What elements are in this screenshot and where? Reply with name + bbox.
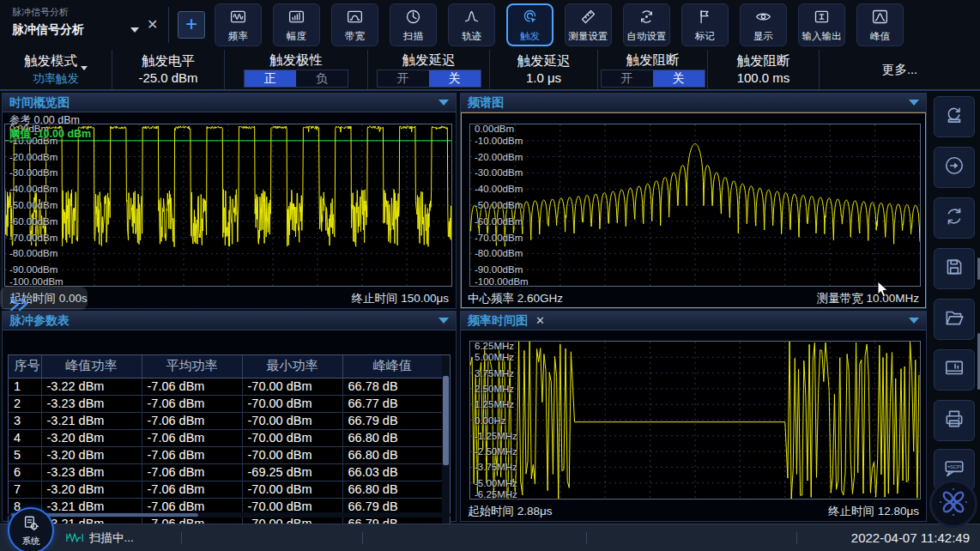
trigger-level-label: 触发电平 xyxy=(142,52,195,70)
sidebar-print-button[interactable] xyxy=(934,400,975,441)
trigger-holdoff-toggle: 开 关 xyxy=(601,70,705,88)
sidebar-save-button[interactable] xyxy=(934,248,975,289)
spectrum-plot[interactable]: 0.00dBm-10.00dBm-20.00dBm-30.00dBm-40.00… xyxy=(469,124,921,287)
tab-dropdown-caret-icon[interactable] xyxy=(130,27,139,33)
table-cell: -7.06 dBm xyxy=(142,429,242,446)
toolbar-button-label: 带宽 xyxy=(345,30,365,43)
toggle-option-off[interactable]: 关 xyxy=(653,70,705,87)
add-measurement-button[interactable]: + xyxy=(178,11,205,39)
divider xyxy=(796,532,797,544)
sidebar-run-continue-button[interactable] xyxy=(934,147,975,188)
freq-time-chart[interactable]: 6.25MHz5.00MHz3.75MHz2.50MHz1.25MHz0.00H… xyxy=(461,330,926,502)
table-row[interactable]: 6-3.23 dBm-7.06 dBm-69.25 dBm66.03 dB xyxy=(9,463,443,481)
print-icon xyxy=(943,408,965,433)
frequency-icon xyxy=(229,8,247,28)
toolbar-amplitude-button[interactable]: 幅度 xyxy=(273,3,320,46)
trigger-polarity-field: 触发极性 正 负 xyxy=(225,50,368,89)
sidebar-preset-button[interactable] xyxy=(934,96,975,137)
trigger-delay-toggle: 开 关 xyxy=(377,70,481,88)
panel-collapse-caret-icon[interactable] xyxy=(909,100,919,106)
table-cell: -7.06 dBm xyxy=(142,412,242,429)
measurement-tab[interactable]: 脉冲信号分析 脉冲信号分析 ✕ + xyxy=(0,0,215,50)
trigger-delay-value-field[interactable]: 触发延迟 1.0 μs xyxy=(490,50,598,89)
toolbar-trace-button[interactable]: 轨迹 xyxy=(448,3,495,46)
toolbar-trigger-button[interactable]: 触发 xyxy=(506,3,554,46)
panel-close-icon[interactable]: ✕ xyxy=(535,314,545,327)
panel-title: 脉冲参数表 xyxy=(9,313,70,329)
time-overview-chart[interactable]: 参考 0.00 dBm 阈值 -10.00 dBm 0.00dBm-10.00d… xyxy=(3,112,456,289)
toggle-option-off[interactable]: 关 xyxy=(429,70,481,87)
toolbar-auto-setup-button[interactable]: 自动设置 xyxy=(623,3,670,46)
table-row[interactable]: 5-3.20 dBm-7.06 dBm-70.00 dBm66.80 dB xyxy=(9,446,443,463)
tab-close-icon[interactable]: ✕ xyxy=(147,16,158,33)
table-vertical-scrollbar[interactable] xyxy=(442,355,450,530)
toolbar-button-label: 轨迹 xyxy=(462,30,481,43)
panel-collapse-caret-icon[interactable] xyxy=(439,318,449,324)
trigger-level-field[interactable]: 触发电平 -25.0 dBm xyxy=(112,50,225,89)
panel-title: 时间概览图 xyxy=(9,95,70,111)
table-row[interactable]: 4-3.20 dBm-7.06 dBm-70.00 dBm66.80 dB xyxy=(9,429,443,446)
table-row[interactable]: 1-3.22 dBm-7.06 dBm-70.00 dBm66.78 dB xyxy=(9,378,443,395)
trigger-mode-field[interactable]: 触发模式 功率触发 xyxy=(0,50,112,89)
expand-chevrons-icon[interactable] xyxy=(7,297,33,312)
sidebar-refresh-button[interactable] xyxy=(934,197,975,239)
system-button[interactable]: 系统 xyxy=(8,507,54,551)
table-cell: -70.00 dBm xyxy=(242,481,342,498)
time-overview-plot[interactable]: 0.00dBm-10.00dBm-20.00dBm-30.00dBm-40.00… xyxy=(4,124,452,287)
table-row[interactable]: 7-3.20 dBm-7.06 dBm-70.00 dBm66.80 dB xyxy=(9,481,443,498)
trigger-holdoff-value-field[interactable]: 触发阻断 100.0 ms xyxy=(708,50,820,89)
scrollbar-thumb[interactable] xyxy=(443,376,449,465)
table-horizontal-scrollbar[interactable] xyxy=(8,512,451,518)
freq-time-plot[interactable]: 6.25MHz5.00MHz3.75MHz2.50MHz1.25MHz0.00H… xyxy=(469,341,921,500)
toolbar-button-label: 测量设置 xyxy=(569,30,608,43)
threshold-annotation: 阈值 -10.00 dBm xyxy=(9,127,91,142)
divider xyxy=(362,532,363,544)
svg-text:SCPI: SCPI xyxy=(950,464,962,469)
toolbar-marker-button[interactable]: 标记 xyxy=(681,3,729,46)
table-cell: -7.06 dBm xyxy=(142,463,242,481)
table-row[interactable]: 3-3.21 dBm-7.06 dBm-70.00 dBm66.79 dB xyxy=(9,412,443,429)
table-row[interactable]: 2-3.23 dBm-7.06 dBm-70.00 dBm66.77 dB xyxy=(9,395,443,412)
toolbar-sweep-button[interactable]: 扫描 xyxy=(390,3,437,46)
sweep-icon xyxy=(404,8,422,28)
table-cell: -70.00 dBm xyxy=(242,412,342,429)
table-cell: -7.06 dBm xyxy=(142,378,242,395)
panel-collapse-caret-icon[interactable] xyxy=(439,100,449,106)
table-cell: -70.00 dBm xyxy=(242,429,342,446)
more-settings-label: 更多... xyxy=(882,62,917,78)
toolbar-button-label: 幅度 xyxy=(287,30,306,43)
trigger-mode-value: 功率触发 xyxy=(33,70,79,88)
toggle-option-negative[interactable]: 负 xyxy=(296,70,348,87)
toolbar-button-label: 输入输出 xyxy=(802,30,842,43)
toggle-option-on[interactable]: 开 xyxy=(378,70,429,87)
time-overview-panel: 时间概览图 参考 0.00 dBm 阈值 -10.00 dBm 0.00dBm-… xyxy=(2,93,457,309)
spectrum-chart[interactable]: 0.00dBm-10.00dBm-20.00dBm-30.00dBm-40.00… xyxy=(461,112,926,289)
measure-setup-icon xyxy=(579,8,597,28)
peak-icon xyxy=(871,8,889,28)
column-header: 峰峰值 xyxy=(342,355,443,378)
save-icon xyxy=(943,256,965,282)
panel-title: 频率时间图 xyxy=(468,313,528,329)
amplitude-icon xyxy=(287,8,305,28)
toolbar-frequency-button[interactable]: 频率 xyxy=(215,3,262,46)
toolbar-measure-setup-button[interactable]: 测量设置 xyxy=(565,3,612,46)
toolbar-peak-button[interactable]: 峰值 xyxy=(856,3,904,46)
scanning-waveform-icon xyxy=(65,531,84,544)
toolbar-io-button[interactable]: 输入输出 xyxy=(798,3,845,46)
toolbar-display-button[interactable]: 显示 xyxy=(740,3,787,46)
panel-collapse-caret-icon[interactable] xyxy=(909,318,919,324)
measurement-tab-small-label: 脉冲信号分析 xyxy=(12,6,69,19)
table-header-row: 序号峰值功率平均功率最小功率峰峰值 xyxy=(9,355,443,378)
table-cell: -7.06 dBm xyxy=(142,395,242,412)
system-button-label: 系统 xyxy=(22,536,40,548)
toolbar-bandwidth-button[interactable]: 带宽 xyxy=(331,3,378,46)
toggle-option-positive[interactable]: 正 xyxy=(245,70,296,87)
toggle-option-on[interactable]: 开 xyxy=(602,70,653,87)
table-cell: 6 xyxy=(9,463,41,481)
more-settings-button[interactable]: 更多... xyxy=(820,50,980,89)
nav-hub-button[interactable] xyxy=(929,480,977,528)
trigger-level-value: -25.0 dBm xyxy=(138,70,197,87)
sidebar-open-file-button[interactable] xyxy=(934,299,975,340)
sidebar-display-window-button[interactable] xyxy=(934,349,975,391)
trigger-holdoff-value: 100.0 ms xyxy=(737,70,790,87)
